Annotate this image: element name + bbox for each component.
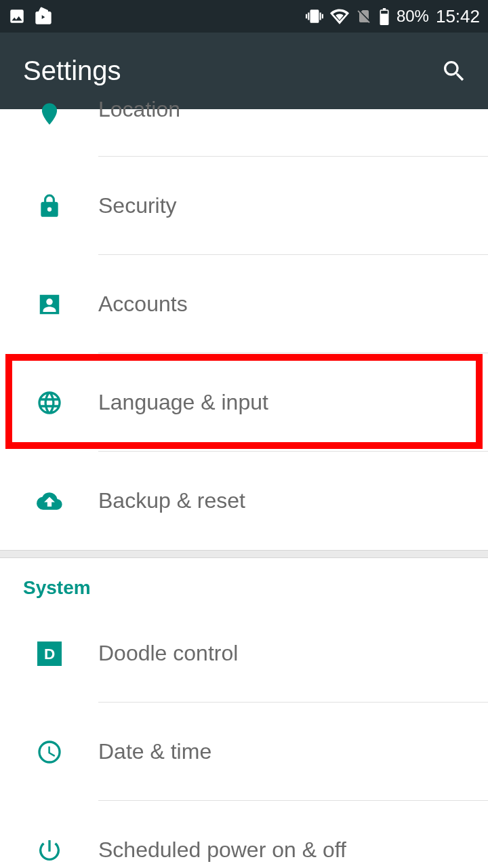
app-bar: Settings xyxy=(0,33,488,109)
section-header-system: System xyxy=(0,558,488,604)
settings-item-label: Security xyxy=(98,193,177,218)
play-store-icon xyxy=(34,7,53,26)
settings-list: Location Security Accounts Language & in… xyxy=(0,109,488,550)
svg-point-1 xyxy=(46,298,53,305)
settings-item-accounts[interactable]: Accounts xyxy=(0,255,488,353)
no-sim-icon xyxy=(356,7,372,25)
doodle-icon: D xyxy=(37,642,62,666)
clock-icon xyxy=(36,738,63,766)
cloud-upload-icon xyxy=(35,488,64,514)
battery-icon xyxy=(379,7,390,25)
settings-item-label: Backup & reset xyxy=(98,488,245,513)
page-title: Settings xyxy=(23,56,121,86)
search-button[interactable] xyxy=(441,58,468,85)
lock-icon xyxy=(37,193,62,219)
location-icon xyxy=(37,101,62,127)
settings-item-security[interactable]: Security xyxy=(0,157,488,255)
vibrate-icon xyxy=(306,7,323,25)
account-icon xyxy=(37,292,62,317)
settings-item-scheduled[interactable]: Scheduled power on & off xyxy=(0,801,488,868)
svg-text:D: D xyxy=(43,645,54,662)
svg-rect-0 xyxy=(381,11,388,14)
settings-item-label: Doodle control xyxy=(98,641,238,666)
battery-pct: 80% xyxy=(396,7,429,26)
settings-item-label: Date & time xyxy=(98,739,211,764)
globe-icon xyxy=(36,389,63,416)
picture-icon xyxy=(8,7,26,25)
settings-item-label: Location xyxy=(98,97,180,122)
settings-item-label: Scheduled power on & off xyxy=(98,837,346,863)
system-list: D Doodle control Date & time Scheduled p… xyxy=(0,604,488,868)
wifi-icon xyxy=(330,7,349,26)
settings-item-label: Accounts xyxy=(98,292,188,317)
settings-item-location[interactable]: Location xyxy=(0,109,488,157)
section-divider xyxy=(0,550,488,558)
settings-item-language[interactable]: Language & input xyxy=(0,353,488,452)
settings-item-datetime[interactable]: Date & time xyxy=(0,703,488,801)
settings-item-backup[interactable]: Backup & reset xyxy=(0,452,488,550)
status-bar: 80% 15:42 xyxy=(0,0,488,33)
settings-item-doodle[interactable]: D Doodle control xyxy=(0,604,488,703)
clock-time: 15:42 xyxy=(436,6,480,27)
power-icon xyxy=(36,837,63,864)
settings-item-label: Language & input xyxy=(98,390,268,415)
